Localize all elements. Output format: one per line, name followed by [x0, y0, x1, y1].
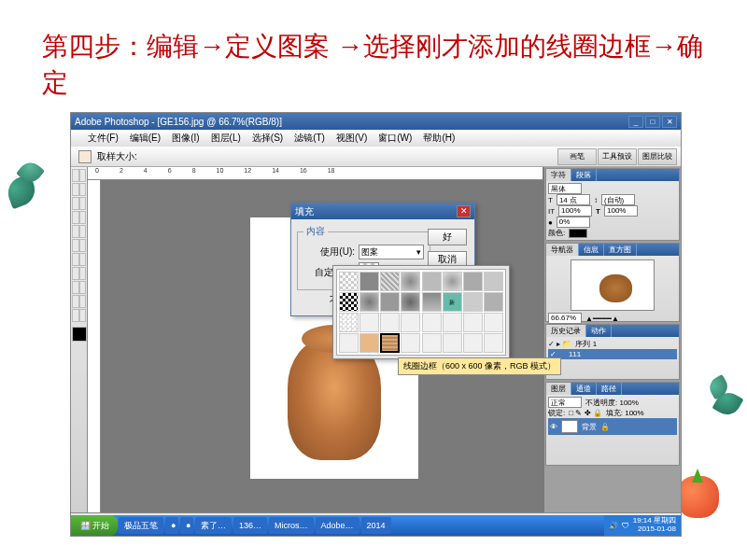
- layer-item[interactable]: 👁 背景 🔒: [548, 418, 677, 435]
- crop-tool[interactable]: [72, 197, 79, 210]
- minimize-button[interactable]: _: [628, 116, 643, 128]
- pattern-item[interactable]: [463, 313, 483, 332]
- menu-window[interactable]: 窗口(W): [378, 132, 412, 145]
- tab-character[interactable]: 字符: [546, 169, 571, 181]
- pattern-item[interactable]: [339, 313, 359, 332]
- text-color[interactable]: [569, 229, 587, 238]
- zoom-tool[interactable]: [79, 309, 87, 322]
- menu-view[interactable]: 视图(V): [336, 132, 367, 145]
- pattern-item[interactable]: [401, 272, 420, 291]
- pattern-item[interactable]: [359, 272, 379, 291]
- tab-info[interactable]: 信息: [579, 244, 604, 256]
- layer-compare-btn[interactable]: 图层比较: [638, 148, 677, 165]
- tool-icon[interactable]: [78, 150, 92, 163]
- nav-thumbnail[interactable]: [571, 259, 655, 311]
- menu-filter[interactable]: 滤镜(T): [294, 132, 325, 145]
- pattern-item[interactable]: [380, 292, 400, 312]
- pattern-item[interactable]: [484, 272, 503, 291]
- pattern-item[interactable]: 新: [443, 292, 462, 312]
- brushes-btn[interactable]: 画笔: [557, 148, 597, 165]
- leading[interactable]: (自动): [601, 194, 635, 205]
- tab-layers[interactable]: 图层: [546, 383, 571, 395]
- blur-tool[interactable]: [72, 253, 79, 266]
- history-brush-tool[interactable]: [79, 225, 87, 238]
- eyedropper-tool[interactable]: [79, 295, 87, 308]
- blend-mode[interactable]: 正常: [548, 397, 582, 408]
- path-tool[interactable]: [72, 267, 79, 280]
- close-button[interactable]: ✕: [662, 116, 677, 128]
- dialog-close-button[interactable]: ✕: [457, 205, 471, 217]
- type-tool[interactable]: [79, 267, 87, 280]
- tab-actions[interactable]: 动作: [586, 325, 612, 337]
- pattern-item[interactable]: [422, 313, 442, 332]
- history-item[interactable]: ✓ ▸ 📁 序列 1: [548, 339, 677, 349]
- pattern-item[interactable]: [443, 272, 462, 291]
- taskbar-item[interactable]: 2014: [361, 517, 391, 534]
- history-item-selected[interactable]: ✓ 111: [548, 349, 677, 359]
- pattern-item[interactable]: [443, 313, 462, 332]
- pattern-item[interactable]: [339, 333, 359, 353]
- pattern-item[interactable]: [463, 333, 483, 353]
- hscale[interactable]: 100%: [604, 205, 638, 217]
- taskbar-item[interactable]: Adobe…: [316, 517, 359, 534]
- heal-tool[interactable]: [72, 211, 79, 224]
- tab-paragraph[interactable]: 段落: [571, 169, 597, 181]
- pattern-item[interactable]: [380, 272, 400, 291]
- pattern-item-selected[interactable]: [380, 333, 400, 353]
- taskbar-item[interactable]: Micros…: [269, 517, 314, 534]
- pattern-item[interactable]: [401, 292, 420, 312]
- pattern-item[interactable]: [339, 292, 359, 312]
- menu-select[interactable]: 选择(S): [252, 132, 283, 145]
- pattern-item[interactable]: [484, 292, 503, 312]
- pattern-item[interactable]: [463, 272, 483, 291]
- tab-histogram[interactable]: 直方图: [604, 244, 637, 256]
- tab-channels[interactable]: 通道: [571, 383, 597, 395]
- use-select[interactable]: 图案▾: [359, 245, 424, 259]
- taskbar-item[interactable]: 素了…: [195, 517, 232, 534]
- shape-tool[interactable]: [79, 281, 87, 294]
- font-size[interactable]: 14 点: [557, 194, 590, 205]
- ime-indicator[interactable]: 极品五笔: [119, 517, 163, 534]
- dodge-tool[interactable]: [79, 253, 87, 266]
- gradient-tool[interactable]: [79, 239, 87, 252]
- marquee-tool[interactable]: [79, 169, 87, 182]
- pattern-item[interactable]: [463, 292, 483, 312]
- wand-tool[interactable]: [79, 183, 87, 196]
- brush-tool[interactable]: [79, 211, 87, 224]
- taskbar-item[interactable]: 136…: [233, 517, 267, 534]
- tracking[interactable]: 0%: [557, 217, 590, 228]
- pattern-item[interactable]: [422, 292, 442, 312]
- pattern-item[interactable]: [380, 313, 400, 332]
- pattern-item[interactable]: [359, 292, 379, 312]
- tool-presets-btn[interactable]: 工具预设: [598, 148, 637, 165]
- menu-file[interactable]: 文件(F): [88, 132, 119, 145]
- pen-tool[interactable]: [72, 281, 79, 294]
- pattern-item[interactable]: [359, 333, 379, 353]
- menu-help[interactable]: 帮助(H): [423, 132, 455, 145]
- stamp-tool[interactable]: [72, 225, 79, 238]
- move-tool[interactable]: [72, 169, 79, 182]
- notes-tool[interactable]: [72, 295, 79, 308]
- foreground-color[interactable]: [72, 327, 87, 342]
- zoom-value[interactable]: 66.67%: [548, 313, 582, 324]
- font-select[interactable]: 黑体: [548, 183, 582, 194]
- tab-navigator[interactable]: 导航器: [546, 244, 579, 256]
- slice-tool[interactable]: [79, 197, 87, 210]
- pattern-item[interactable]: [422, 333, 442, 353]
- menu-layer[interactable]: 图层(L): [211, 132, 241, 145]
- lasso-tool[interactable]: [72, 183, 79, 196]
- tab-history[interactable]: 历史记录: [546, 325, 586, 337]
- start-button[interactable]: 🪟 开始: [71, 515, 118, 536]
- eraser-tool[interactable]: [72, 239, 79, 252]
- pattern-item[interactable]: [484, 313, 503, 332]
- pattern-item[interactable]: [484, 333, 503, 353]
- pattern-item[interactable]: [422, 272, 442, 291]
- dialog-titlebar[interactable]: 填充 ✕: [291, 203, 474, 219]
- pattern-item[interactable]: [359, 313, 379, 332]
- ok-button[interactable]: 好: [428, 229, 467, 245]
- pattern-item[interactable]: [401, 333, 420, 353]
- pattern-item[interactable]: [339, 272, 359, 291]
- menu-image[interactable]: 图像(I): [172, 132, 199, 145]
- tab-paths[interactable]: 路径: [597, 383, 622, 395]
- maximize-button[interactable]: □: [645, 116, 660, 128]
